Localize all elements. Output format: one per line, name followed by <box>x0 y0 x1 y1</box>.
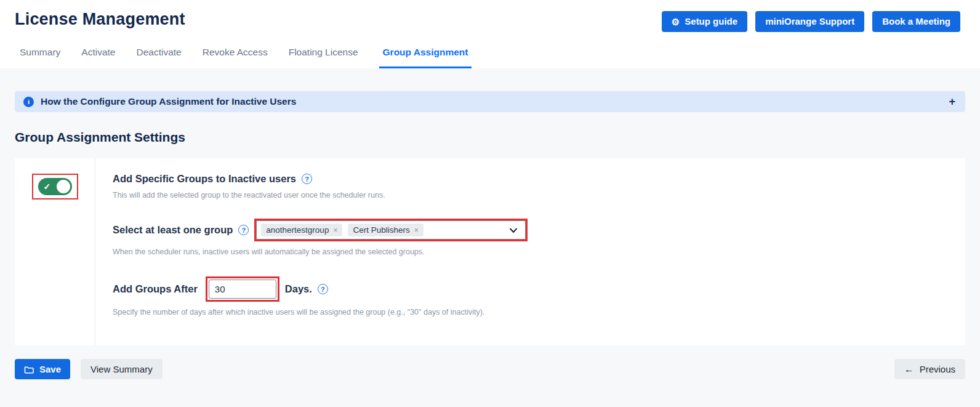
add-groups-setting-label: Add Specific Groups to Inactive users <box>113 173 296 185</box>
page-title: License Management <box>15 10 185 29</box>
section-title: Group Assignment Settings <box>15 130 965 145</box>
days-input-red-highlight <box>206 276 279 302</box>
toggle-red-highlight: ✓ <box>32 174 78 199</box>
chevron-down-icon <box>509 226 518 235</box>
tab-activate[interactable]: Activate <box>81 47 115 68</box>
selected-group-chip: anothertestgroup × <box>261 224 342 236</box>
view-summary-label: View Summary <box>90 364 153 374</box>
chip-remove-icon[interactable]: × <box>333 227 337 234</box>
footer-actions: Save View Summary ← Previous <box>15 359 965 379</box>
previous-button[interactable]: ← Previous <box>894 359 965 379</box>
add-groups-after-label: Add Groups After <box>113 283 198 295</box>
chip-remove-icon[interactable]: × <box>414 227 419 234</box>
setup-guide-button[interactable]: ⚙ Setup guide <box>662 11 747 32</box>
group-multiselect[interactable]: anothertestgroup × Cert Publishers × <box>256 220 526 240</box>
help-icon[interactable]: ? <box>238 225 249 235</box>
book-a-meeting-button[interactable]: Book a Meeting <box>872 11 960 32</box>
save-label: Save <box>39 364 61 374</box>
select-group-label: Select at least one group <box>113 224 233 236</box>
settings-column: Add Specific Groups to Inactive users ? … <box>95 158 965 345</box>
info-banner[interactable]: i How the Configure Group Assignment for… <box>15 91 965 112</box>
save-button[interactable]: Save <box>15 359 70 379</box>
tab-group-assignment[interactable]: Group Assignment <box>379 47 472 68</box>
header-actions: ⚙ Setup guide miniOrange Support Book a … <box>662 11 960 32</box>
select-red-highlight: anothertestgroup × Cert Publishers × <box>254 219 528 241</box>
book-a-meeting-label: Book a Meeting <box>882 16 950 27</box>
toggle-column: ✓ <box>15 158 95 345</box>
selected-group-chip: Cert Publishers × <box>348 224 423 236</box>
settings-card: ✓ Add Specific Groups to Inactive users … <box>15 158 965 345</box>
previous-label: Previous <box>920 364 955 374</box>
help-icon[interactable]: ? <box>302 174 312 184</box>
page-content: i How the Configure Group Assignment for… <box>0 68 980 407</box>
tab-deactivate[interactable]: Deactivate <box>136 47 181 68</box>
tab-bar: Summary Activate Deactivate Revoke Acces… <box>15 47 965 68</box>
miniorange-support-label: miniOrange Support <box>765 16 854 27</box>
chip-label: Cert Publishers <box>353 225 409 235</box>
tab-revoke-access[interactable]: Revoke Access <box>203 47 268 68</box>
tab-floating-license[interactable]: Floating License <box>289 47 358 68</box>
gear-icon: ⚙ <box>672 17 680 26</box>
miniorange-support-button[interactable]: miniOrange Support <box>755 11 864 32</box>
banner-title: How the Configure Group Assignment for I… <box>41 96 296 107</box>
help-icon[interactable]: ? <box>318 284 328 294</box>
view-summary-button[interactable]: View Summary <box>81 359 163 379</box>
tab-summary[interactable]: Summary <box>20 47 60 68</box>
toggle-knob <box>57 180 70 193</box>
expand-plus-icon[interactable]: + <box>949 96 955 107</box>
select-group-description: When the scheduler runs, inactive users … <box>113 248 965 256</box>
add-groups-setting-description: This will add the selected group to the … <box>113 191 965 199</box>
days-input-description: Specify the number of days after which i… <box>113 308 965 316</box>
group-assignment-toggle[interactable]: ✓ <box>38 178 72 195</box>
back-arrow-icon: ← <box>904 365 914 374</box>
chip-label: anothertestgroup <box>266 225 329 235</box>
check-icon: ✓ <box>44 182 51 191</box>
folder-icon <box>24 365 34 374</box>
days-input[interactable] <box>209 280 276 299</box>
info-icon: i <box>23 97 34 107</box>
setup-guide-label: Setup guide <box>685 16 737 27</box>
days-suffix-label: Days. <box>285 283 312 295</box>
page-header: License Management ⚙ Setup guide miniOra… <box>0 0 980 68</box>
